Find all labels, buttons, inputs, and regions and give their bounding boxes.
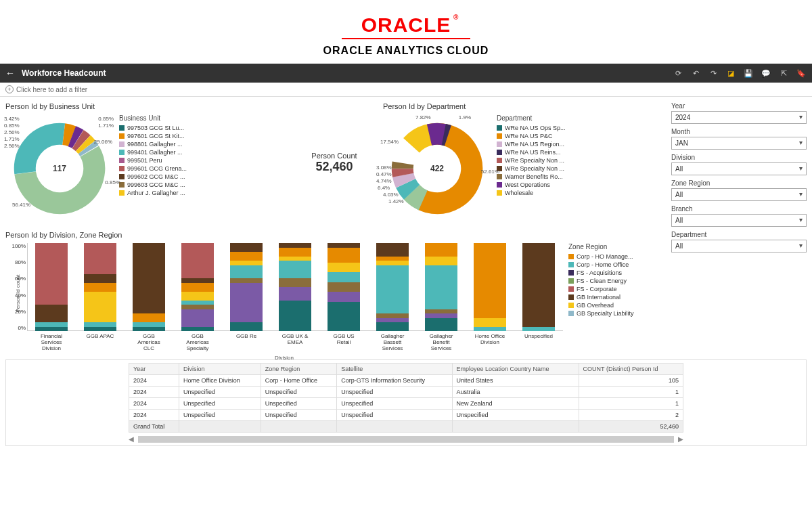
chart1-title: Person Id by Business Unit [5,102,286,110]
legend-item[interactable]: 999601 GCG Grena... [119,165,187,172]
filter-zone-label: Zone Region [671,179,807,187]
table-row[interactable]: 2024UnspecifiedUnspecifiedUnspecifiedNew… [129,398,683,410]
logo-underline [342,38,470,39]
bar-column[interactable] [376,243,409,331]
logo-subtitle: ORACLE ANALYTICS CLOUD [0,45,812,57]
save-icon[interactable]: 💾 [743,68,754,79]
filters-sidebar: Year 2024 Month JAN Division All Zone Re… [671,102,807,351]
legend-item[interactable]: Corp - Home Office [568,261,663,268]
donut1-center: 117 [53,164,66,173]
legend-item[interactable]: 998801 Gallagher ... [119,141,187,148]
x-axis-label: Division [275,355,294,361]
stacked-bar-chart[interactable]: Person Id count 100%80%60%40%20%0% Finan… [5,243,563,351]
legend-item[interactable]: 997503 GCG St Lu... [119,125,187,131]
legend-item[interactable]: GB Specialty Liability [568,310,663,317]
data-table-panel: YearDivisionZone RegionSatelliteEmployee… [5,359,807,446]
person-count-card: Person Count 52,460 [294,152,375,174]
bookmark-icon[interactable]: 🔖 [796,68,807,79]
comment-icon[interactable]: 💬 [761,68,771,79]
column-header[interactable]: COUNT (Distinct) Person Id [579,364,683,375]
export-icon[interactable]: ⇱ [778,68,789,79]
donut2-center: 422 [430,164,444,173]
column-header[interactable]: Division [179,364,261,375]
app-toolbar: ← Workforce Headcount ⟳ ↶ ↷ ◪ 💾 💬 ⇱ 🔖 [0,64,812,83]
scrollbar-track[interactable] [138,436,674,443]
back-button[interactable]: ← [5,68,15,79]
legend-item[interactable]: WRe NA US Region... [497,141,566,148]
bar-column[interactable] [279,243,311,331]
preview-icon[interactable]: ◪ [725,68,736,79]
legend-item[interactable]: West Operations [497,181,566,188]
column-header[interactable]: Satellite [337,364,452,375]
legend-item[interactable]: WRe Specialty Non ... [497,165,566,172]
legend-item[interactable]: Warner Benefits Ro... [497,173,566,180]
chart-department: Person Id by Department [383,102,663,223]
chart1-legend: Business Unit 997503 GCG St Lu...997601 … [119,114,187,223]
filter-month-select[interactable]: JAN [671,137,807,150]
bar-column[interactable] [230,243,263,331]
column-header[interactable]: Employee Location Country Name [452,364,579,375]
donut-chart-2[interactable]: 422 7.82% 1.9% 52.61% 17.54% 3.08% 0.47%… [383,114,491,223]
legend-item[interactable]: WRe NA US Ops Sp... [497,125,566,131]
chart3-legend: Zone Region Corp - HO Manage...Corp - Ho… [568,243,663,351]
legend-item[interactable]: GB Overhead [568,302,663,309]
filter-branch-select[interactable]: All [671,214,807,227]
redo-icon[interactable]: ↷ [708,68,719,79]
column-header[interactable]: Zone Region [261,364,337,375]
table-row[interactable]: 2024Home Office DivisionCorp - Home Offi… [129,375,683,387]
brand-header: ORACLE ORACLE ANALYTICS CLOUD [0,0,812,64]
filter-year-label: Year [671,102,807,110]
legend-item[interactable]: 999603 GCG M&C ... [119,181,187,188]
legend-item[interactable]: Wholesale [497,190,566,196]
grand-total-row: Grand Total52,460 [129,421,683,433]
legend-item[interactable]: FS - Corporate [568,286,663,292]
donut-chart-1[interactable]: 117 3.42% 0.85% 2.56% 1.71% 2.56% 56.41%… [5,114,114,223]
table-row[interactable]: 2024UnspecifiedUnspecifiedUnspecifiedAus… [129,387,683,398]
legend-item[interactable]: FS - Acquisitions [568,269,663,276]
bar-column[interactable] [181,243,214,331]
scroll-right-icon[interactable]: ▶ [678,435,683,443]
legend-item[interactable]: 999501 Peru [119,157,187,164]
bar-column[interactable] [425,243,457,331]
bar-column[interactable] [328,243,360,331]
legend-item[interactable]: 999401 Gallagher ... [119,149,187,156]
scroll-left-icon[interactable]: ◀ [129,435,134,443]
bar-column[interactable] [133,243,165,331]
filter-division-label: Division [671,154,807,161]
filter-year-select[interactable]: 2024 [671,111,807,124]
bar-column[interactable] [35,243,68,331]
legend-item[interactable]: 997601 GCG St Kit... [119,133,187,139]
page-title: Workforce Headcount [22,68,106,78]
undo-icon[interactable]: ↶ [690,68,701,79]
bar-column[interactable] [474,243,506,331]
table-row[interactable]: 2024UnspecifiedUnspecifiedUnspecifiedUns… [129,410,683,421]
legend-item[interactable]: WRe NA US Reins... [497,149,566,156]
legend-item[interactable]: WRe Specialty Non ... [497,157,566,164]
x-ticks: Financial Services DivisionGGB APACGGB A… [27,333,563,351]
chart2-title: Person Id by Department [383,102,663,110]
chart-division-zone: Person Id by Division, Zone Region Perso… [5,231,663,351]
legend-item[interactable]: WRe NA US P&C [497,133,566,139]
filter-department-label: Department [671,231,807,238]
chart-business-unit: Person Id by Business Unit 117 [5,102,286,223]
legend-item[interactable]: Arthur J. Gallagher ... [119,190,187,196]
legend-item[interactable]: GB International [568,294,663,301]
legend-item[interactable]: FS - Clean Energy [568,278,663,284]
column-header[interactable]: Year [129,364,179,375]
chart3-title: Person Id by Division, Zone Region [5,231,663,239]
person-count-label: Person Count [294,152,375,160]
refresh-icon[interactable]: ⟳ [673,68,683,79]
chart2-legend: Department WRe NA US Ops Sp...WRe NA US … [497,114,566,223]
oracle-logo: ORACLE [361,14,451,37]
bar-column[interactable] [522,243,555,331]
filter-bar[interactable]: + Click here to add a filter [0,83,812,97]
data-table[interactable]: YearDivisionZone RegionSatelliteEmployee… [129,363,683,433]
add-filter-icon[interactable]: + [5,85,14,93]
bar-column[interactable] [84,243,116,331]
filter-division-select[interactable]: All [671,162,807,175]
filter-zone-select[interactable]: All [671,188,807,201]
filter-department-select[interactable]: All [671,240,807,253]
legend-item[interactable]: 999602 GCG M&C ... [119,173,187,180]
filter-placeholder: Click here to add a filter [16,86,87,93]
legend-item[interactable]: Corp - HO Manage... [568,253,663,260]
